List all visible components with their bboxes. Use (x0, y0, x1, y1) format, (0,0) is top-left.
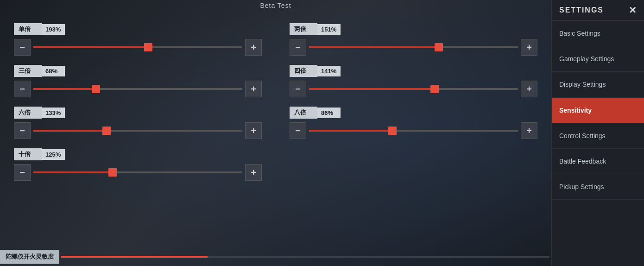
slider-label-six: 六倍 (14, 107, 42, 119)
bottom-scrollbar-fill (61, 256, 208, 258)
slider-label-row-quad: 四倍 141% (290, 65, 537, 77)
slider-minus-single[interactable]: − (14, 39, 31, 56)
slider-group-single: 单倍 193% − + (14, 23, 262, 56)
slider-minus-triple[interactable]: − (14, 81, 31, 97)
slider-label-row-single: 单倍 193% (14, 23, 262, 35)
slider-plus-double[interactable]: + (521, 39, 537, 56)
slider-controls-eight: − + (290, 122, 537, 139)
slider-controls-quad: − + (290, 81, 537, 97)
sidebar-item-battle[interactable]: Battle Feedback (552, 149, 644, 174)
slider-group-quad: 四倍 141% − + (290, 65, 537, 97)
slider-track-six[interactable] (33, 122, 242, 139)
bottom-bar: 陀螺仪开火灵敏度 (0, 247, 551, 266)
slider-label-row-ten: 十倍 125% (14, 148, 262, 160)
bottom-scrollbar[interactable] (61, 256, 549, 258)
sidebar-title: SETTINGS (559, 6, 604, 14)
slider-label-triple: 三倍 (14, 65, 42, 77)
slider-controls-single: − + (14, 39, 262, 56)
slider-value-quad: 141% (317, 66, 341, 76)
slider-controls-ten: − + (14, 164, 262, 181)
slider-value-six: 133% (42, 108, 65, 118)
sliders-grid: 单倍 193% − + 两倍 151% − (14, 23, 537, 181)
main-content: 单倍 193% − + 两倍 151% − (0, 0, 551, 266)
sidebar-header: SETTINGS ✕ (552, 0, 644, 21)
slider-label-quad: 四倍 (290, 65, 317, 77)
slider-plus-triple[interactable]: + (245, 81, 262, 97)
slider-group-triple: 三倍 68% − + (14, 65, 262, 97)
slider-minus-double[interactable]: − (290, 39, 306, 56)
slider-label-ten: 十倍 (14, 148, 42, 160)
slider-minus-ten[interactable]: − (14, 164, 31, 181)
slider-plus-six[interactable]: + (245, 122, 262, 139)
slider-plus-single[interactable]: + (245, 39, 262, 56)
slider-label-double: 两倍 (290, 23, 317, 35)
slider-value-single: 193% (42, 24, 65, 35)
slider-plus-quad[interactable]: + (521, 81, 537, 97)
slider-track-ten[interactable] (33, 164, 242, 181)
sidebar: SETTINGS ✕ Basic Settings Gameplay Setti… (551, 0, 644, 266)
slider-label-row-triple: 三倍 68% (14, 65, 262, 77)
slider-label-eight: 八倍 (290, 107, 317, 119)
slider-track-quad[interactable] (309, 81, 518, 97)
slider-group-ten: 十倍 125% − + (14, 148, 262, 181)
slider-label-row-six: 六倍 133% (14, 107, 262, 119)
slider-group-six: 六倍 133% − + (14, 107, 262, 139)
sidebar-item-basic[interactable]: Basic Settings (552, 21, 644, 46)
slider-label-row-double: 两倍 151% (290, 23, 537, 35)
sidebar-item-control[interactable]: Control Settings (552, 123, 644, 149)
sidebar-item-gameplay[interactable]: Gameplay Settings (552, 46, 644, 72)
slider-minus-quad[interactable]: − (290, 81, 306, 97)
close-button[interactable]: ✕ (629, 6, 637, 15)
slider-group-double: 两倍 151% − + (290, 23, 537, 56)
slider-minus-six[interactable]: − (14, 122, 31, 139)
slider-value-double: 151% (317, 24, 341, 35)
slider-value-eight: 86% (317, 108, 341, 118)
slider-value-triple: 68% (42, 66, 65, 76)
slider-plus-eight[interactable]: + (521, 122, 537, 139)
bottom-label: 陀螺仪开火灵敏度 (0, 250, 59, 264)
slider-controls-double: − + (290, 39, 537, 56)
sidebar-item-display[interactable]: Display Settings (552, 72, 644, 97)
slider-track-single[interactable] (33, 39, 242, 56)
slider-value-ten: 125% (42, 149, 65, 160)
sidebar-item-pickup[interactable]: Pickup Settings (552, 174, 644, 200)
sidebar-item-sensitivity[interactable]: Sensitivity (552, 98, 644, 123)
slider-track-double[interactable] (309, 39, 518, 56)
slider-group-eight: 八倍 86% − + (290, 107, 537, 139)
slider-minus-eight[interactable]: − (290, 122, 306, 139)
slider-track-triple[interactable] (33, 81, 242, 97)
slider-label-single: 单倍 (14, 23, 42, 35)
slider-controls-triple: − + (14, 81, 262, 97)
slider-track-eight[interactable] (309, 122, 518, 139)
slider-controls-six: − + (14, 122, 262, 139)
slider-plus-ten[interactable]: + (245, 164, 262, 181)
slider-label-row-eight: 八倍 86% (290, 107, 537, 119)
